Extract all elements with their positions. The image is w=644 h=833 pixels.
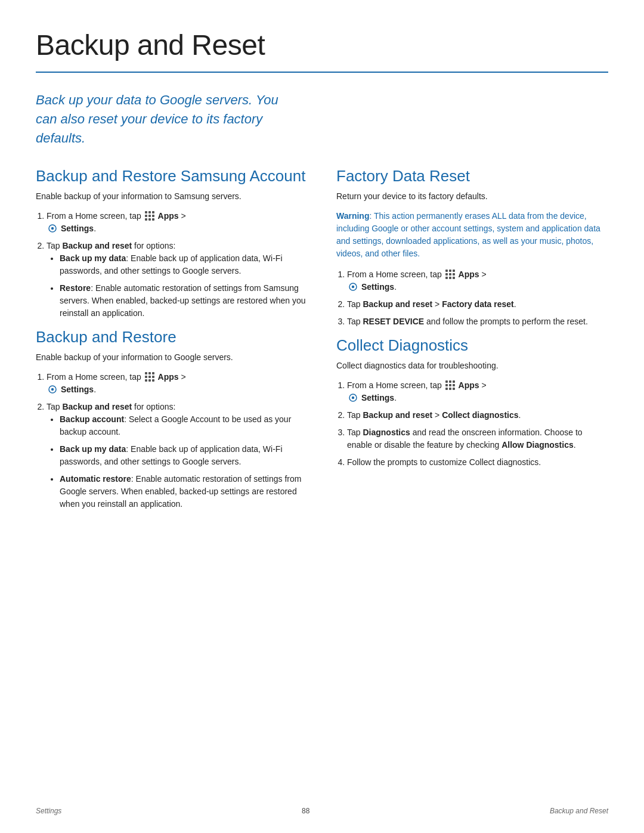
apps-icon-2 <box>145 372 154 382</box>
page-container: Backup and Reset Back up your data to Go… <box>0 0 644 555</box>
backup-restore-step-2: Tap Backup and reset for options: Backup… <box>47 401 308 510</box>
factory-reset-steps: From a Home screen, tap Apps > Settings.… <box>347 268 608 328</box>
left-column: Backup and Restore Samsung Account Enabl… <box>36 167 308 519</box>
factory-reset-step-3: Tap RESET DEVICE and follow the prompts … <box>347 315 608 328</box>
samsung-steps-list: From a Home screen, tap Apps > Settings.… <box>47 210 308 320</box>
section-backup-samsung: Backup and Restore Samsung Account Enabl… <box>36 167 308 320</box>
factory-reset-desc: Return your device to its factory defaul… <box>336 190 608 203</box>
section-title-samsung: Backup and Restore Samsung Account <box>36 167 308 185</box>
samsung-bullet-backup-my-data: Back up my data: Enable back up of appli… <box>60 252 308 277</box>
diagnostics-steps: From a Home screen, tap Apps > Settings.… <box>347 379 608 469</box>
section-desc-backup-restore: Enable backup of your information to Goo… <box>36 351 308 364</box>
apps-icon-3 <box>445 270 455 279</box>
section-backup-restore: Backup and Restore Enable backup of your… <box>36 328 308 510</box>
section-title-backup-restore: Backup and Restore <box>36 328 308 346</box>
samsung-step-2: Tap Backup and reset for options: Back u… <box>47 240 308 320</box>
diagnostics-desc: Collect diagnostics data for troubleshoo… <box>336 360 608 372</box>
backup-restore-step-1: From a Home screen, tap Apps > Settings. <box>47 371 308 396</box>
diagnostics-step-4: Follow the prompts to customize Collect … <box>347 456 608 469</box>
settings-icon-4 <box>348 393 358 402</box>
title-divider <box>36 72 608 73</box>
diagnostics-step-2: Tap Backup and reset > Collect diagnosti… <box>347 409 608 422</box>
backup-bullet-my-data: Back up my data: Enable back up of appli… <box>60 443 308 468</box>
two-column-layout: Backup and Restore Samsung Account Enabl… <box>36 167 608 519</box>
factory-reset-step-2: Tap Backup and reset > Factory data rese… <box>347 298 608 311</box>
page-title: Backup and Reset <box>36 24 608 67</box>
settings-icon <box>48 224 57 233</box>
svg-point-7 <box>352 397 354 399</box>
factory-reset-step-1: From a Home screen, tap Apps > Settings. <box>347 268 608 293</box>
svg-point-3 <box>51 388 54 391</box>
section-factory-reset: Factory Data Reset Return your device to… <box>336 167 608 328</box>
backup-restore-steps-list: From a Home screen, tap Apps > Settings.… <box>47 371 308 510</box>
factory-reset-warning: Warning: This action permanently erases … <box>336 210 608 260</box>
right-column: Factory Data Reset Return your device to… <box>336 167 608 519</box>
backup-restore-bullets: Backup account: Select a Google Account … <box>60 413 308 510</box>
backup-bullet-account: Backup account: Select a Google Account … <box>60 413 308 438</box>
section-collect-diagnostics: Collect Diagnostics Collect diagnostics … <box>336 336 608 469</box>
section-title-factory-reset: Factory Data Reset <box>336 167 608 185</box>
settings-icon-2 <box>48 385 57 394</box>
svg-point-1 <box>51 227 54 230</box>
diagnostics-step-1: From a Home screen, tap Apps > Settings. <box>347 379 608 404</box>
backup-bullet-auto-restore: Automatic restore: Enable automatic rest… <box>60 473 308 510</box>
footer-left-label: Settings <box>36 806 61 816</box>
page-footer: Settings 88 Backup and Reset <box>36 806 608 816</box>
apps-icon-4 <box>445 380 455 390</box>
settings-icon-3 <box>348 282 358 292</box>
samsung-bullets: Back up my data: Enable back up of appli… <box>60 252 308 320</box>
samsung-bullet-restore: Restore: Enable automatic restoration of… <box>60 282 308 320</box>
section-title-diagnostics: Collect Diagnostics <box>336 336 608 355</box>
section-desc-samsung: Enable backup of your information to Sam… <box>36 190 308 203</box>
samsung-step-1: From a Home screen, tap Apps > Settings. <box>47 210 308 235</box>
apps-icon <box>145 211 154 221</box>
intro-text: Back up your data to Google servers. You… <box>36 91 286 148</box>
footer-page-number: 88 <box>302 806 309 816</box>
svg-point-5 <box>352 286 354 288</box>
diagnostics-step-3: Tap Diagnostics and read the onscreen in… <box>347 426 608 451</box>
footer-right-label: Backup and Reset <box>550 806 608 816</box>
